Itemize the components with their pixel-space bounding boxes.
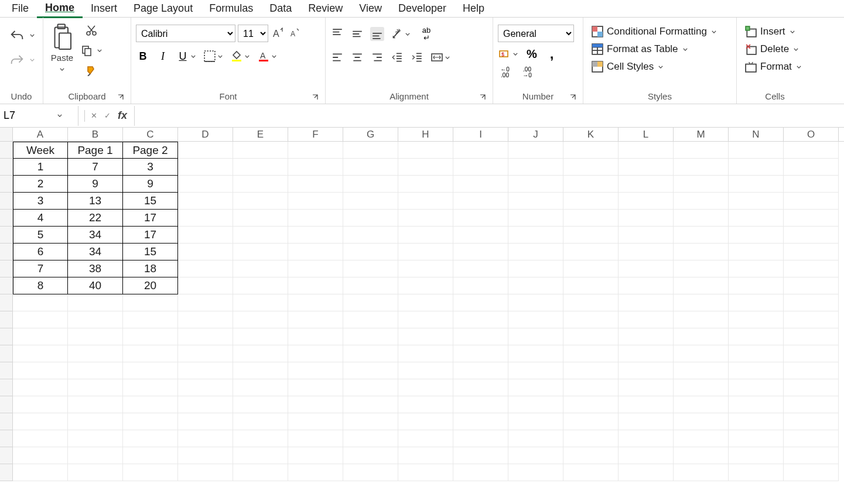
cell[interactable] <box>178 193 233 210</box>
cell[interactable] <box>398 328 453 345</box>
cell[interactable] <box>619 345 674 362</box>
row-header[interactable] <box>0 176 12 193</box>
cell[interactable] <box>343 142 398 159</box>
cell[interactable] <box>13 396 68 413</box>
cell[interactable] <box>288 379 343 396</box>
cell[interactable] <box>674 447 729 464</box>
cell[interactable]: 13 <box>68 193 123 210</box>
cell[interactable]: 38 <box>68 260 123 277</box>
row-header[interactable] <box>0 379 12 396</box>
cell[interactable] <box>178 277 233 294</box>
cell[interactable] <box>343 328 398 345</box>
cell[interactable] <box>288 294 343 311</box>
cell[interactable] <box>729 294 784 311</box>
cell[interactable]: 5 <box>13 227 68 244</box>
tab-review[interactable]: Review <box>300 0 351 17</box>
column-header[interactable]: K <box>563 128 619 141</box>
cell[interactable] <box>563 159 619 176</box>
cell[interactable] <box>508 396 563 413</box>
cell[interactable] <box>508 277 563 294</box>
redo-button[interactable] <box>8 50 26 69</box>
cell[interactable] <box>233 328 288 345</box>
font-name-select[interactable]: Calibri <box>136 25 235 42</box>
cell[interactable] <box>343 244 398 260</box>
cell[interactable] <box>729 464 784 481</box>
column-header[interactable]: O <box>784 128 839 141</box>
cell[interactable] <box>729 447 784 464</box>
cell[interactable] <box>233 176 288 193</box>
cell[interactable] <box>619 413 674 430</box>
cell[interactable] <box>508 464 563 481</box>
column-header[interactable]: C <box>123 128 178 141</box>
cell[interactable] <box>508 413 563 430</box>
cell[interactable] <box>453 260 508 277</box>
insert-cells-button[interactable]: Insert <box>742 23 799 40</box>
formula-input[interactable] <box>135 106 844 126</box>
cell[interactable] <box>508 447 563 464</box>
cell[interactable] <box>233 294 288 311</box>
cell[interactable] <box>178 413 233 430</box>
cell[interactable] <box>563 447 619 464</box>
row-header[interactable] <box>0 464 12 481</box>
cell[interactable] <box>674 142 729 159</box>
cell[interactable] <box>233 464 288 481</box>
cell[interactable] <box>563 379 619 396</box>
select-all-corner[interactable] <box>0 128 13 141</box>
cell[interactable] <box>68 294 123 311</box>
cell[interactable] <box>729 260 784 277</box>
cell[interactable] <box>178 379 233 396</box>
cell[interactable] <box>398 362 453 379</box>
cell[interactable] <box>343 413 398 430</box>
cell[interactable] <box>508 379 563 396</box>
alignment-launcher[interactable] <box>479 93 487 101</box>
cell[interactable] <box>288 396 343 413</box>
cell[interactable] <box>508 328 563 345</box>
cell[interactable] <box>674 210 729 227</box>
cell[interactable] <box>343 260 398 277</box>
row-header[interactable] <box>0 244 12 260</box>
cell[interactable] <box>398 379 453 396</box>
cell[interactable] <box>619 159 674 176</box>
cell[interactable] <box>178 294 233 311</box>
cell[interactable] <box>508 345 563 362</box>
cell[interactable]: 9 <box>68 176 123 193</box>
cell[interactable] <box>398 159 453 176</box>
cell[interactable] <box>784 396 839 413</box>
border-button[interactable] <box>203 49 217 63</box>
cell[interactable] <box>178 159 233 176</box>
cell[interactable] <box>68 328 123 345</box>
cell[interactable]: 15 <box>123 244 178 260</box>
row-header[interactable] <box>0 294 12 311</box>
cell[interactable] <box>343 311 398 328</box>
cell[interactable] <box>563 430 619 447</box>
cell[interactable] <box>508 362 563 379</box>
column-header[interactable]: B <box>68 128 123 141</box>
cell[interactable] <box>674 294 729 311</box>
cell[interactable] <box>453 159 508 176</box>
font-color-dropdown[interactable] <box>271 51 278 61</box>
cell[interactable] <box>729 277 784 294</box>
cell[interactable] <box>729 328 784 345</box>
name-box[interactable] <box>0 106 78 126</box>
cell[interactable] <box>343 294 398 311</box>
cell[interactable]: 40 <box>68 277 123 294</box>
cell[interactable] <box>13 345 68 362</box>
cell[interactable] <box>563 464 619 481</box>
align-left-button[interactable] <box>330 50 344 64</box>
tab-home[interactable]: Home <box>37 0 83 18</box>
cell[interactable] <box>343 396 398 413</box>
paste-button[interactable]: Paste <box>48 21 76 77</box>
clipboard-launcher[interactable] <box>117 93 125 101</box>
cell[interactable] <box>508 159 563 176</box>
cell[interactable] <box>674 362 729 379</box>
cell[interactable]: 3 <box>123 159 178 176</box>
cell[interactable] <box>729 193 784 210</box>
cell[interactable] <box>453 464 508 481</box>
cell[interactable] <box>13 311 68 328</box>
cell[interactable] <box>674 413 729 430</box>
cell[interactable] <box>784 362 839 379</box>
cell[interactable] <box>288 328 343 345</box>
cell[interactable]: 34 <box>68 244 123 260</box>
cell[interactable] <box>178 447 233 464</box>
cell[interactable] <box>13 379 68 396</box>
